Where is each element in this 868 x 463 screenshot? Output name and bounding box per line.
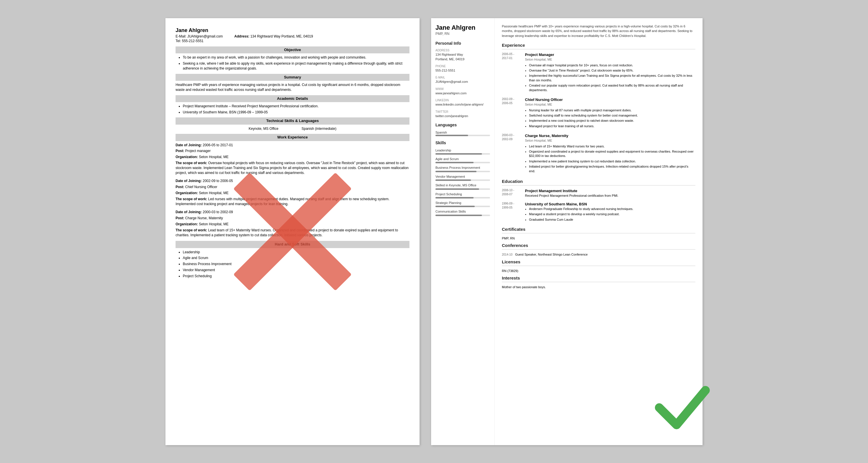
www-value: www.janeahlgren.com [435, 91, 490, 96]
language-bar-track [435, 135, 490, 136]
work2-post: Post: Chief Nursing Officer [176, 185, 409, 190]
right-name-block: Jane Ahlgren PMP, RN [435, 24, 490, 36]
exp1-b4: Created our popular supply room relocati… [529, 84, 695, 92]
exp-entry-1: 2006-05 -2017-01 Project Manager Seton H… [502, 52, 695, 93]
skill-scheduling-label: Project Scheduling [435, 192, 490, 196]
objective-item-2: Seeking a role, where I will be able to … [183, 61, 409, 71]
exp-entry-2: 2002-09 -2006-05 Chief Nursing Officer S… [502, 97, 695, 129]
exp2-b3: Implemented a new cost tracking project … [529, 119, 638, 123]
conf-item-1: 2014-10 Guest Speaker, Northeast Shingo … [502, 253, 695, 257]
personal-info-title: Personal Info [435, 41, 490, 46]
conf-date: 2014-10 [502, 253, 513, 256]
address-label: Address: [235, 34, 249, 38]
address-val: 134 Rightward Way Portland, ME, 04019 [250, 34, 313, 38]
exp3-b4: Initiated project for better gloving/gow… [529, 164, 695, 173]
skill-agile-bar: Agile and Scrum [435, 157, 490, 163]
edu2-bullets: Andersen Postgraduate Fellowship to stud… [525, 207, 633, 222]
exp1-b3: Implemented the highly successful Lean T… [529, 73, 695, 82]
academic-item-1: Project Management Institute – Received … [183, 104, 409, 109]
skill-bpi-bar: Business Process Improvement [435, 166, 490, 172]
email-item: E-mail JUAhlgren@gmail.com [435, 75, 490, 84]
interests-title: Interests [502, 275, 695, 282]
work3-post: Post: Charge Nurse, Maternity [176, 216, 409, 221]
tech-skills-row: Keynote, MS Office Spanish (intermediate… [176, 126, 409, 131]
objective-list: To be an expert in my area of work, with… [176, 55, 409, 71]
exp1-b1: Oversaw all major hospital projects for … [529, 63, 695, 67]
edu2-details: University of Southern Maine, BSN Anders… [525, 202, 633, 223]
work1-org: Organization: Seton Hospital, ME [176, 155, 409, 160]
exp1-date: 2006-05 -2017-01 [502, 52, 522, 93]
licenses-title: Licenses [502, 259, 695, 266]
language-item: Spanish [435, 130, 490, 136]
skill-strategic-label: Strategic Planning [435, 201, 490, 205]
hard-soft-header: Hard and Soft Skills [176, 241, 409, 248]
language-1: Spanish [435, 130, 490, 135]
edu2-date: 1996-09 -1999-05 [502, 202, 522, 223]
skills-title: Skills [435, 140, 490, 146]
skill-agile-label: Agile and Scrum [435, 157, 490, 161]
www-item: www www.janeahlgren.com [435, 87, 490, 96]
work1-date: Date of Joining: 2006-05 to 2017-01 [176, 143, 409, 148]
exp1-org: Seton Hospital, ME [525, 57, 695, 62]
address-label: Address [435, 48, 490, 53]
exp-entry-3: 2000-03 -2002-09 Charge Nurse, Maternity… [502, 133, 695, 174]
skill-keynote-label: Skilled in Keynote, MS Office [435, 183, 490, 188]
edu1-date: 2008-10 -2008-07 [502, 188, 522, 198]
academic-item-2: University of Southern Maine, BSN (1996-… [183, 110, 409, 115]
twitter-item: Twitter twitter.com/janeahlgren [435, 110, 490, 118]
academic-list: Project Management Institute – Received … [176, 104, 409, 115]
twitter-value: twitter.com/janeahlgren [435, 114, 490, 118]
exp3-bullets: Led team of 15+ Maternity Ward nurses fo… [525, 144, 695, 173]
exp2-details: Chief Nursing Officer Seton Hospital, ME… [525, 97, 638, 129]
work3-date: Date of Joining: 2000-03 to 2002-09 [176, 210, 409, 214]
twitter-label: Twitter [435, 110, 490, 114]
exp2-b4: Managed project for lean training of all… [529, 124, 638, 128]
exp3-b2: Organized and coordinated a project to d… [529, 150, 695, 158]
conf-name: Guest Speaker, Northeast Shingo Lean Con… [515, 253, 588, 256]
right-title: PMP, RN [435, 31, 490, 36]
education-title: Education [502, 178, 695, 186]
email-value: JUAhlgren@gmail.com [435, 79, 490, 84]
right-summary: Passionate healthcare PMP with 10+ years… [502, 24, 695, 38]
edu1-details: Project Management Institute Received Pr… [525, 188, 618, 198]
tech-skills-header: Technical Skills & Languages [176, 118, 409, 124]
work1-scope: The scope of work: Oversaw hospital proj… [176, 161, 409, 175]
skill-bpi: Business Process Improvement [183, 262, 409, 267]
work1-post: Post: Project manager [176, 148, 409, 154]
exp1-b2: Oversaw the "Just in Time Restock" proje… [529, 68, 695, 73]
languages-title: Languages [435, 122, 490, 128]
conferences-title: Conferences [502, 242, 695, 250]
skill-project: Project Scheduling [183, 274, 409, 279]
phone-label: Phone [435, 64, 490, 68]
exp1-bullets: Oversaw all major hospital projects for … [525, 63, 695, 92]
work-entry-3: Date of Joining: 2000-03 to 2002-09 Post… [176, 210, 409, 237]
left-email: E-Mail: JUAhlgren@gmail.com [176, 34, 223, 39]
exp2-title: Chief Nursing Officer [525, 97, 638, 102]
exp2-bullets: Nursing leader for all 87 nurses with mu… [525, 108, 638, 129]
work2-date: Date of Joining: 2002-09 to 2006-05 [176, 178, 409, 184]
edu2-school: University of Southern Maine, BSN [525, 202, 633, 207]
left-address: Address: 134 Rightward Way Portland, ME,… [235, 34, 313, 39]
edu2-b3: Graduated Summa Cum Laude [529, 218, 633, 222]
objective-item-1: To be an expert in my area of work, with… [183, 55, 409, 60]
exp2-org: Seton Hospital, ME [525, 102, 638, 107]
work3-org: Organization: Seton Hospital, ME [176, 222, 409, 227]
email-label: E-mail [435, 75, 490, 79]
exp3-date: 2000-03 -2002-09 [502, 133, 522, 174]
left-tel: Tel: 555-212-5551 [176, 39, 409, 43]
www-label: www [435, 87, 490, 91]
int-item-1: Mother of two passionate boys. [502, 285, 695, 289]
skill-communication-bar: Communication Skills [435, 209, 490, 216]
phone-value: 555-212-5551 [435, 68, 490, 73]
exp3-org: Seton Hospital, ME [525, 138, 695, 143]
exp2-b2: Switched nursing staff to new scheduling… [529, 113, 638, 118]
summary-header: Summary [176, 74, 409, 81]
skill-agile: Agile and Scrum [183, 256, 409, 261]
language-bar-fill [435, 135, 468, 136]
exp2-b1: Nursing leader for all 87 nurses with mu… [529, 108, 638, 112]
certificates-title: Certificates [502, 226, 695, 233]
exp2-date: 2002-09 -2006-05 [502, 97, 522, 129]
left-contact: E-Mail: JUAhlgren@gmail.com Address: 134… [176, 34, 409, 39]
hard-soft-list: Leadership Agile and Scrum Business Proc… [176, 250, 409, 279]
skill-vendor: Vendor Management [183, 268, 409, 273]
